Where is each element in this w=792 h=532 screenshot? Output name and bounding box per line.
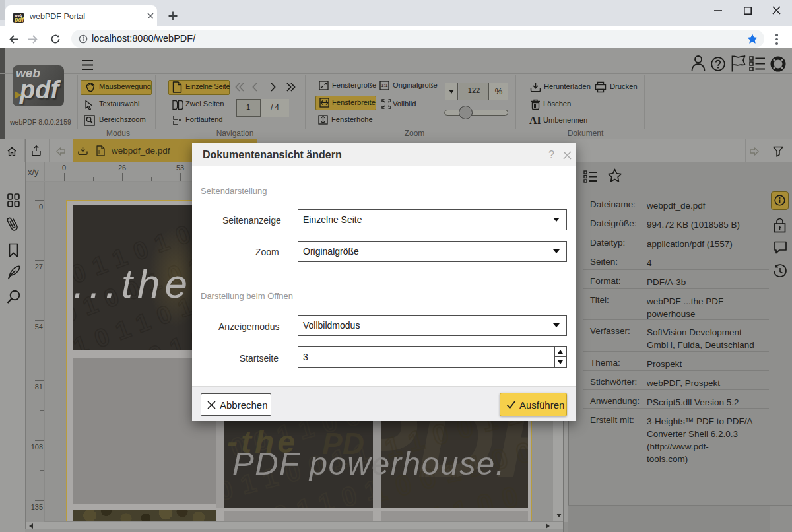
svg-text:1:1: 1:1 <box>381 83 387 88</box>
